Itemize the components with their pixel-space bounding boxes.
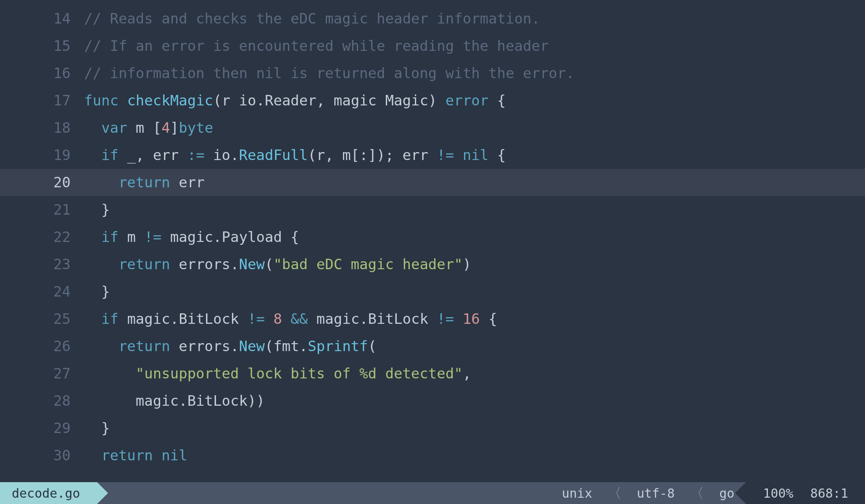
- code-content: }: [84, 196, 865, 223]
- editor-root: 14// Reads and checks the eDC magic head…: [0, 0, 865, 504]
- line-number: 15: [0, 32, 84, 60]
- code-content: var m [4]byte: [84, 114, 865, 142]
- code-content: return errors.New("bad eDC magic header"…: [84, 251, 865, 278]
- code-content: if _, err := io.ReadFull(r, m[:]); err !…: [84, 142, 865, 169]
- line-number: 27: [0, 360, 84, 387]
- code-content: // Reads and checks the eDC magic header…: [84, 5, 865, 32]
- line-number: 17: [0, 87, 84, 114]
- line-number: 24: [0, 278, 84, 305]
- filename-text: decode.go: [12, 486, 80, 501]
- code-line[interactable]: 15// If an error is encountered while re…: [0, 32, 865, 60]
- code-content: // information then nil is returned alon…: [84, 60, 865, 87]
- status-line-ending: unix: [550, 482, 604, 504]
- line-number: 22: [0, 223, 84, 251]
- line-number: 25: [0, 305, 84, 333]
- code-content: magic.BitLock)): [84, 387, 865, 415]
- code-line[interactable]: 25 if magic.BitLock != 8 && magic.BitLoc…: [0, 305, 865, 333]
- code-line[interactable]: 16// information then nil is returned al…: [0, 60, 865, 87]
- code-line[interactable]: 26 return errors.New(fmt.Sprintf(: [0, 333, 865, 360]
- code-content: if magic.BitLock != 8 && magic.BitLock !…: [84, 305, 865, 333]
- code-content: // If an error is encountered while read…: [84, 32, 865, 60]
- line-number: 23: [0, 251, 84, 278]
- status-filename[interactable]: decode.go: [0, 482, 97, 504]
- code-line[interactable]: 24 }: [0, 278, 865, 305]
- code-content: }: [84, 278, 865, 305]
- line-number: 21: [0, 196, 84, 223]
- line-number: 28: [0, 387, 84, 415]
- line-number: 29: [0, 415, 84, 442]
- code-line[interactable]: 27 "unsupported lock bits of %d detected…: [0, 360, 865, 387]
- line-number: 14: [0, 5, 84, 32]
- code-content: "unsupported lock bits of %d detected",: [84, 360, 865, 387]
- code-content: }: [84, 415, 865, 442]
- code-line[interactable]: 20 return err: [0, 169, 865, 196]
- code-line[interactable]: 22 if m != magic.Payload {: [0, 223, 865, 251]
- code-area[interactable]: 14// Reads and checks the eDC magic head…: [0, 0, 865, 482]
- line-number: 30: [0, 442, 84, 469]
- line-number: 18: [0, 114, 84, 142]
- code-line[interactable]: 29 }: [0, 415, 865, 442]
- code-line[interactable]: 23 return errors.New("bad eDC magic head…: [0, 251, 865, 278]
- status-position: 868:1: [810, 482, 865, 504]
- code-line[interactable]: 18 var m [4]byte: [0, 114, 865, 142]
- separator-icon: 〈: [604, 486, 625, 500]
- code-line[interactable]: 19 if _, err := io.ReadFull(r, m[:]); er…: [0, 142, 865, 169]
- code-content: func checkMagic(r io.Reader, magic Magic…: [84, 87, 865, 114]
- status-encoding: utf-8: [625, 482, 686, 504]
- separator-icon: 〈: [686, 486, 707, 500]
- code-line[interactable]: 21 }: [0, 196, 865, 223]
- code-content: if m != magic.Payload {: [84, 223, 865, 251]
- statusbar: decode.go unix 〈 utf-8 〈 go 100% 868:1: [0, 482, 865, 504]
- code-line[interactable]: 17func checkMagic(r io.Reader, magic Mag…: [0, 87, 865, 114]
- code-content: return errors.New(fmt.Sprintf(: [84, 333, 865, 360]
- code-line[interactable]: 30 return nil: [0, 442, 865, 469]
- code-line[interactable]: 28 magic.BitLock)): [0, 387, 865, 415]
- line-number: 19: [0, 142, 84, 169]
- code-content: return err: [84, 169, 865, 196]
- line-number: 20: [0, 169, 84, 196]
- code-content: return nil: [84, 442, 865, 469]
- line-number: 16: [0, 60, 84, 87]
- status-right-cluster: unix 〈 utf-8 〈 go 100% 868:1: [550, 482, 865, 504]
- code-line[interactable]: 14// Reads and checks the eDC magic head…: [0, 5, 865, 32]
- line-number: 26: [0, 333, 84, 360]
